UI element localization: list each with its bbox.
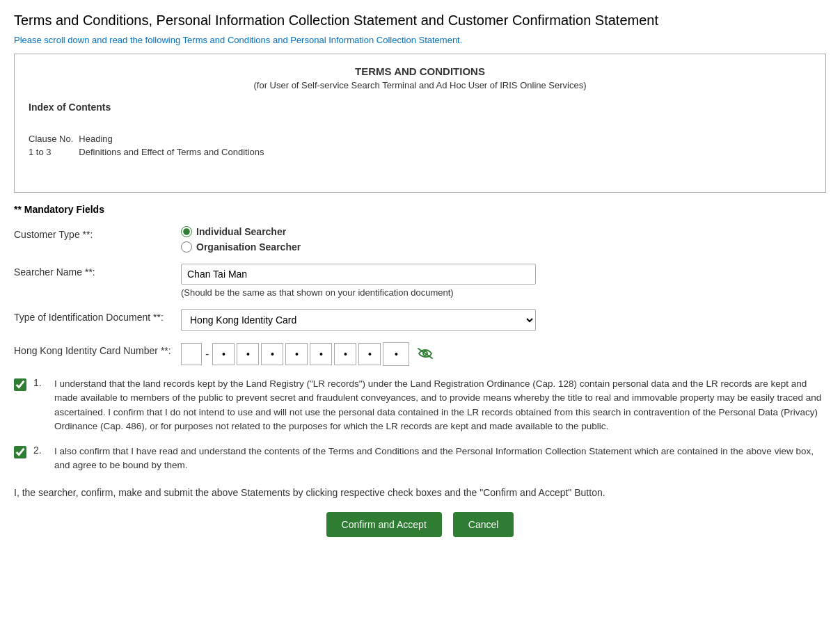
terms-index-title: Index of Contents: [29, 102, 811, 113]
statement-item-2: 2. I also confirm that I have read and u…: [14, 445, 826, 473]
statement-number-2: 2.: [33, 445, 47, 456]
cancel-button[interactable]: Cancel: [453, 512, 514, 537]
customer-type-options: Individual Searcher Organisation Searche…: [181, 226, 826, 253]
searcher-name-control: (Should be the same as that shown on you…: [181, 264, 826, 298]
radio-individual[interactable]: Individual Searcher: [181, 226, 826, 237]
terms-heading: TERMS AND CONDITIONS: [29, 65, 811, 77]
statements-section: 1. I understand that the land records ke…: [14, 377, 826, 473]
statement-number-1: 1.: [33, 377, 47, 388]
terms-table: Clause No. Heading 1 to 3 Definitions an…: [29, 132, 269, 159]
id-type-row: Type of Identification Document **: Hong…: [14, 309, 826, 331]
confirm-note: I, the searcher, confirm, make and submi…: [14, 487, 826, 498]
radio-organisation-input[interactable]: [181, 241, 192, 253]
statement-text-1: I understand that the land records kept …: [54, 377, 826, 433]
customer-type-row: Customer Type **: Individual Searcher Or…: [14, 226, 826, 253]
hkid-check-input[interactable]: [386, 344, 406, 364]
searcher-name-input[interactable]: [181, 264, 536, 285]
radio-individual-label: Individual Searcher: [196, 226, 286, 237]
id-type-control: Hong Kong Identity Card Passport Other: [181, 309, 826, 331]
page-subtitle: Please scroll down and read the followin…: [14, 35, 826, 45]
hkid-inputs: -: [181, 342, 826, 366]
terms-subheading: (for User of Self-service Search Termina…: [29, 80, 811, 90]
searcher-name-row: Searcher Name **: (Should be the same as…: [14, 264, 826, 298]
hkid-label: Hong Kong Identity Card Number **:: [14, 342, 181, 356]
toggle-visibility-icon[interactable]: [417, 347, 434, 362]
table-row1-clause: 1 to 3: [29, 145, 79, 159]
terms-box[interactable]: TERMS AND CONDITIONS (for User of Self-s…: [14, 54, 826, 193]
searcher-name-hint: (Should be the same as that shown on you…: [181, 287, 536, 298]
customer-type-label: Customer Type **:: [14, 226, 181, 240]
statement-checkbox-2[interactable]: [14, 446, 26, 458]
mandatory-label: ** Mandatory Fields: [14, 204, 826, 215]
id-type-select[interactable]: Hong Kong Identity Card Passport Other: [181, 309, 536, 331]
table-header-clause: Clause No.: [29, 132, 79, 145]
id-type-label: Type of Identification Document **:: [14, 309, 181, 323]
hkid-digit-3[interactable]: [261, 343, 283, 365]
confirm-accept-button[interactable]: Confirm and Accept: [326, 512, 442, 537]
radio-organisation[interactable]: Organisation Searcher: [181, 241, 826, 253]
hkid-digit-4[interactable]: [285, 343, 308, 365]
hkid-row: Hong Kong Identity Card Number **: -: [14, 342, 826, 366]
statement-text-2: I also confirm that I have read and unde…: [54, 445, 826, 473]
table-header-heading: Heading: [79, 132, 269, 145]
radio-individual-input[interactable]: [181, 226, 192, 237]
hkid-digit-5[interactable]: [310, 343, 332, 365]
hkid-digit-2[interactable]: [237, 343, 259, 365]
hkid-digit-1[interactable]: [212, 343, 235, 365]
page-title: Terms and Conditions, Personal Informati…: [14, 11, 826, 29]
statement-checkbox-1[interactable]: [14, 378, 26, 391]
hkid-dash1: -: [205, 348, 209, 360]
radio-organisation-label: Organisation Searcher: [196, 241, 301, 253]
statement-item-1: 1. I understand that the land records ke…: [14, 377, 826, 433]
searcher-name-label: Searcher Name **:: [14, 264, 181, 278]
hkid-digit-6[interactable]: [334, 343, 356, 365]
button-row: Confirm and Accept Cancel: [14, 512, 826, 537]
table-row1-heading: Definitions and Effect of Terms and Cond…: [79, 145, 269, 159]
hkid-prefix-input[interactable]: [181, 343, 202, 365]
hkid-check-wrap: [383, 342, 409, 366]
hkid-control: -: [181, 342, 826, 366]
hkid-digit-7[interactable]: [358, 343, 381, 365]
